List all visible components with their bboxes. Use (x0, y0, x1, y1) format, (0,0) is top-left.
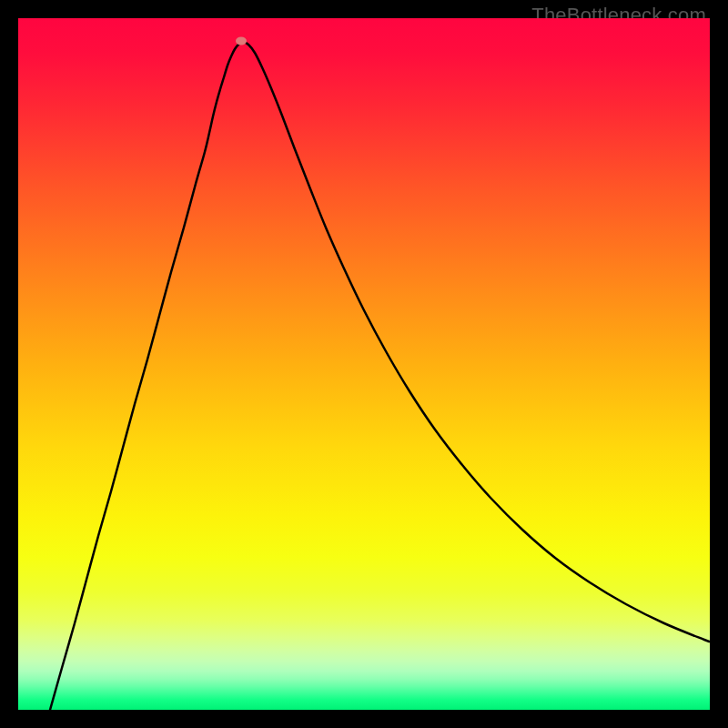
background-gradient (18, 18, 710, 710)
chart-frame (18, 18, 710, 710)
svg-rect-0 (18, 18, 710, 710)
plot-area (18, 18, 710, 710)
